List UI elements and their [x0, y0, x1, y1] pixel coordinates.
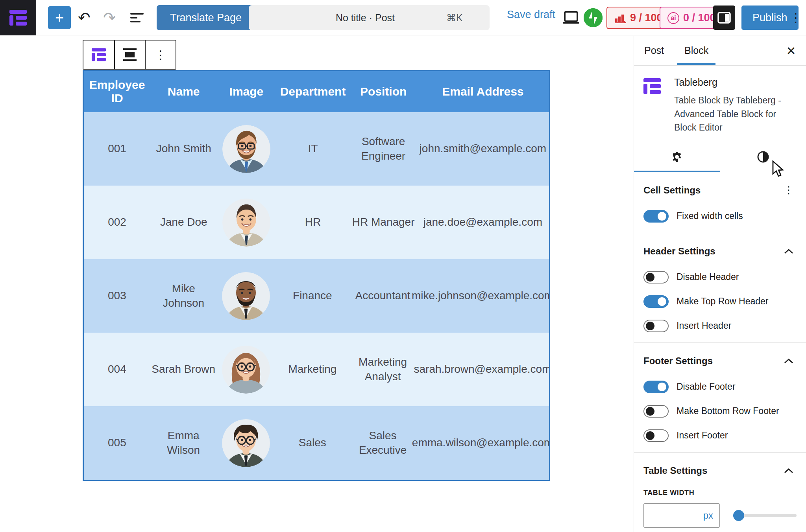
table-header-cell[interactable]: Employee ID	[84, 78, 150, 105]
cell-email[interactable]: sarah.brown@example.com	[416, 362, 549, 377]
save-draft-button[interactable]: Save draft	[507, 9, 555, 21]
tableberg-logo[interactable]	[0, 0, 36, 35]
cell-email[interactable]: mike.johnson@example.com	[416, 289, 549, 303]
cell-settings-section: Cell Settings ⋮ Fixed width cells	[634, 172, 806, 233]
table-row[interactable]: 003 Mike Johnson Finance Accountant mike…	[84, 259, 549, 333]
cell-position[interactable]: Accountant	[349, 289, 416, 303]
make-bottom-row-footer-toggle[interactable]	[643, 405, 669, 418]
cell-name[interactable]: Emma Wilson	[150, 429, 217, 458]
tab-block[interactable]: Block	[674, 36, 719, 65]
header-settings-title: Header Settings	[643, 246, 715, 257]
preview-button[interactable]	[561, 6, 581, 29]
cell-employee-id[interactable]: 001	[84, 142, 150, 156]
table-header-cell[interactable]: Name	[150, 85, 217, 98]
document-overview-button[interactable]	[127, 6, 147, 29]
insert-footer-toggle[interactable]	[643, 429, 669, 442]
cell-name[interactable]: John Smith	[150, 142, 217, 156]
redo-button[interactable]: ↷	[99, 6, 120, 29]
table-row[interactable]: 001 John Smith IT Software Engineer john…	[84, 112, 549, 186]
cell-email[interactable]: emma.wilson@example.com	[416, 436, 549, 450]
table-width-slider[interactable]	[734, 514, 797, 517]
command-shortcut: ⌘K	[446, 12, 490, 24]
editor-canvas[interactable]: ⋮ Employee IDNameImageDepartmentPosition…	[0, 36, 634, 532]
fixed-width-icon	[123, 48, 137, 61]
disable-header-toggle[interactable]	[643, 271, 669, 283]
cell-department[interactable]: Sales	[275, 436, 350, 450]
insert-header-toggle[interactable]	[643, 320, 669, 332]
table-header-cell[interactable]: Image	[217, 85, 275, 98]
disable-footer-toggle[interactable]	[643, 381, 669, 393]
sarah-brown-avatar	[222, 346, 270, 394]
cell-position[interactable]: HR Manager	[350, 215, 417, 230]
fixed-width-cells-toggle[interactable]	[643, 210, 669, 223]
settings-sidebar-toggle[interactable]	[713, 6, 735, 30]
block-toolbar: ⋮	[83, 40, 176, 70]
cell-department[interactable]: Finance	[275, 289, 350, 303]
header-settings-collapse-button[interactable]	[781, 243, 797, 259]
tableberg-block-card-icon	[643, 78, 666, 99]
table-header-cell[interactable]: Email Address	[417, 85, 549, 98]
cell-employee-id[interactable]: 002	[84, 215, 150, 230]
table-settings-collapse-button[interactable]	[781, 463, 797, 479]
table-header-cell[interactable]: Position	[350, 85, 417, 98]
block-type-button[interactable]	[83, 40, 114, 69]
cell-email[interactable]: john.smith@example.com	[417, 142, 549, 156]
header-settings-section: Header Settings Disable Header Make Top …	[634, 233, 806, 343]
undo-button[interactable]: ↶	[74, 6, 94, 29]
toggle-label: Insert Footer	[677, 430, 728, 441]
block-options-button[interactable]: ⋮	[145, 40, 176, 69]
slider-knob[interactable]	[733, 510, 744, 521]
close-sidebar-button[interactable]: ✕	[782, 41, 800, 60]
tableberg-block-icon	[92, 48, 106, 61]
fixed-width-cells-row: Fixed width cells	[643, 210, 797, 223]
jetpack-boost-button[interactable]	[584, 8, 603, 27]
cell-settings-menu-button[interactable]: ⋮	[781, 182, 797, 198]
jane-doe-avatar	[222, 199, 270, 247]
chevron-up-icon	[784, 468, 793, 473]
cell-settings-title: Cell Settings	[643, 185, 701, 196]
tab-settings[interactable]	[634, 142, 720, 172]
laptop-icon	[563, 11, 579, 25]
cell-department[interactable]: IT	[276, 142, 350, 156]
cell-image[interactable]	[217, 199, 275, 247]
cell-employee-id[interactable]: 005	[84, 436, 150, 450]
cell-position[interactable]: Marketing Analyst	[349, 355, 416, 384]
table-row[interactable]: 002 Jane Doe HR HR Manager jane.doe@exam…	[84, 186, 549, 259]
footer-settings-collapse-button[interactable]	[781, 353, 797, 369]
mike-johnson-avatar	[222, 272, 270, 320]
tab-post[interactable]: Post	[634, 36, 674, 65]
table-row[interactable]: 005 Emma Wilson Sales Sales Executive em…	[84, 406, 549, 480]
cell-employee-id[interactable]: 004	[84, 362, 150, 377]
make-top-row-header-toggle[interactable]	[643, 295, 669, 308]
cell-name[interactable]: Jane Doe	[150, 215, 217, 230]
ai-icon: ai	[667, 12, 679, 24]
contrast-icon	[757, 151, 769, 163]
toggle-label: Insert Header	[677, 320, 731, 331]
table-row[interactable]: 004 Sarah Brown Marketing Marketing Anal…	[84, 333, 549, 406]
cell-position[interactable]: Software Engineer	[350, 134, 417, 164]
options-menu-button[interactable]: ⋮	[787, 6, 804, 29]
employee-table-block[interactable]: Employee IDNameImageDepartmentPositionEm…	[83, 70, 550, 481]
cell-image[interactable]	[217, 419, 275, 467]
cell-image[interactable]	[217, 346, 275, 394]
cell-employee-id[interactable]: 003	[84, 289, 150, 303]
block-settings-tabs	[634, 142, 806, 172]
cell-department[interactable]: HR	[276, 215, 350, 230]
document-title-bar[interactable]: No title · Post ⌘K	[249, 5, 490, 30]
block-description: Table Block By Tableberg - Advanced Tabl…	[674, 94, 788, 134]
translate-page-button[interactable]: Translate Page	[157, 5, 255, 30]
table-width-input[interactable]	[661, 510, 700, 521]
table-header-row[interactable]: Employee IDNameImageDepartmentPositionEm…	[84, 71, 549, 112]
block-inserter-button[interactable]: +	[48, 6, 71, 29]
fixed-width-toggle-button[interactable]	[114, 40, 145, 69]
cell-position[interactable]: Sales Executive	[349, 429, 416, 458]
toggle-label: Make Bottom Row Footer	[677, 406, 779, 416]
cell-department[interactable]: Marketing	[275, 362, 350, 377]
cell-email[interactable]: jane.doe@example.com	[417, 215, 549, 230]
cell-name[interactable]: Sarah Brown	[150, 362, 217, 377]
cell-image[interactable]	[217, 272, 275, 320]
cell-image[interactable]	[217, 125, 275, 173]
tab-styles[interactable]	[720, 142, 806, 172]
table-header-cell[interactable]: Department	[276, 85, 350, 98]
cell-name[interactable]: Mike Johnson	[150, 282, 217, 311]
